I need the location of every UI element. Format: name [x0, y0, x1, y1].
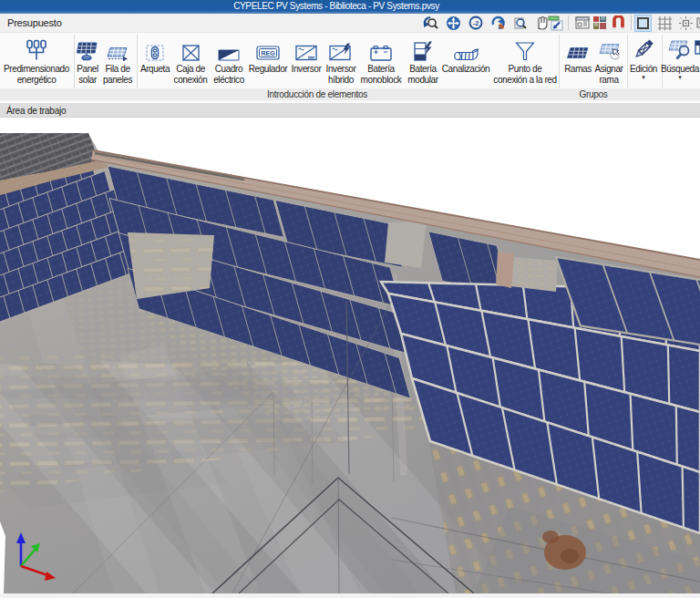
- svg-text:-2: -2: [473, 19, 479, 27]
- svg-text:REG: REG: [261, 50, 275, 57]
